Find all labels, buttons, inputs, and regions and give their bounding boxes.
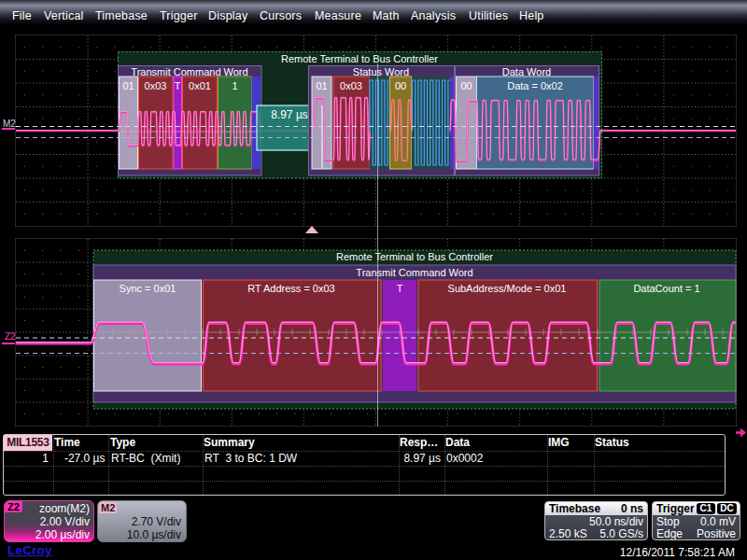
svg-text:01: 01 <box>316 80 327 91</box>
svg-text:Transmit Command Word: Transmit Command Word <box>131 66 247 77</box>
svg-text:00: 00 <box>395 80 406 91</box>
svg-text:Remote Terminal to Bus Control: Remote Terminal to Bus Controller <box>281 53 438 64</box>
svg-text:0x03: 0x03 <box>145 80 167 91</box>
svg-text:01: 01 <box>122 80 134 91</box>
svg-text:0x01: 0x01 <box>189 80 211 91</box>
svg-text:Status Word: Status Word <box>353 66 409 77</box>
svg-text:Data = 0x02: Data = 0x02 <box>507 80 563 91</box>
svg-text:8.97 µs: 8.97 µs <box>271 108 308 121</box>
svg-text:RT Address = 0x03: RT Address = 0x03 <box>247 283 334 294</box>
svg-text:00: 00 <box>460 80 472 91</box>
svg-text:SubAddress/Mode = 0x01: SubAddress/Mode = 0x01 <box>448 283 567 294</box>
svg-text:T: T <box>397 283 403 294</box>
svg-text:Transmit Command Word: Transmit Command Word <box>356 267 472 278</box>
svg-text:Remote Terminal to Bus Control: Remote Terminal to Bus Controller <box>336 251 493 262</box>
svg-text:Data Word: Data Word <box>502 66 551 77</box>
svg-text:T: T <box>175 80 181 91</box>
svg-text:DataCount = 1: DataCount = 1 <box>633 283 699 294</box>
svg-text:1: 1 <box>232 80 237 91</box>
svg-text:0x03: 0x03 <box>340 80 362 91</box>
svg-text:Sync = 0x01: Sync = 0x01 <box>120 283 176 294</box>
